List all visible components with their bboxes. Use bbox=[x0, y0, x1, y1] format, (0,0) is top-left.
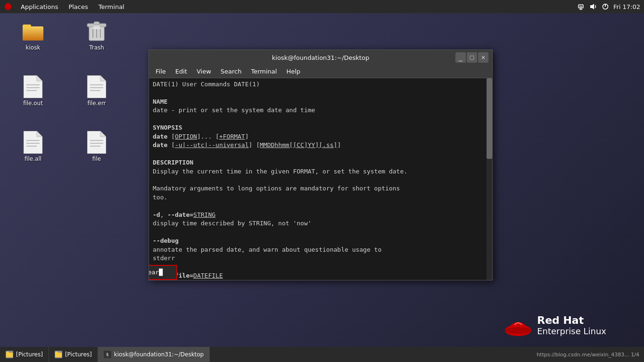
top-bar-right: Fri 17:02 bbox=[577, 2, 640, 11]
desktop-icon-file-all[interactable]: file.all bbox=[14, 131, 52, 162]
file-out-label: file.out bbox=[23, 100, 43, 107]
svg-marker-5 bbox=[590, 4, 594, 9]
top-menu-bar: Applications Places Terminal bbox=[0, 0, 644, 13]
folder-taskbar-icon-1 bbox=[6, 351, 13, 358]
desktop-icon-trash[interactable]: Trash bbox=[78, 20, 116, 51]
terminal-taskbar-icon: $ bbox=[104, 351, 111, 358]
kiosk-label: kiosk bbox=[26, 44, 41, 51]
taskbar-terminal-label: kiosk@foundation31:~/Desktop bbox=[114, 351, 204, 358]
clock-display: Fri 17:02 bbox=[613, 3, 640, 10]
terminal-title: kiosk@foundation31:~/Desktop bbox=[272, 54, 369, 61]
file-out-icon bbox=[24, 75, 42, 98]
redhat-icon bbox=[4, 2, 12, 11]
svg-marker-24 bbox=[100, 75, 106, 81]
terminal-menubar: File Edit View Search Terminal Help bbox=[149, 65, 492, 78]
svg-rect-13 bbox=[94, 22, 99, 25]
svg-marker-29 bbox=[37, 131, 42, 137]
man-name-section: NAME bbox=[153, 98, 167, 105]
svg-rect-9 bbox=[23, 26, 43, 41]
svg-rect-43 bbox=[55, 352, 58, 354]
terminal-window: kiosk@foundation31:~/Desktop _ □ × File … bbox=[149, 49, 493, 280]
man-synopsis-section: SYNOPSIS bbox=[153, 124, 182, 131]
terminal-scrollbar[interactable] bbox=[487, 78, 492, 280]
terminal-text-area[interactable]: DATE(1) User Commands DATE(1) NAME date … bbox=[149, 78, 492, 280]
trash-icon bbox=[86, 20, 107, 42]
taskbar: [Pictures] [Pictures] $ kiosk@foundation… bbox=[0, 347, 644, 362]
taskbar-pictures-1-label: [Pictures] bbox=[16, 351, 43, 358]
terminal-controls: _ □ × bbox=[455, 52, 488, 63]
terminal-edit-menu[interactable]: Edit bbox=[171, 67, 192, 76]
redhat-logo-icon bbox=[504, 313, 532, 338]
taskbar-url: https://blog.csdn.me/weixin_4383... 1/4 bbox=[537, 352, 644, 358]
file-all-label: file.all bbox=[25, 156, 41, 162]
taskbar-terminal[interactable]: $ kiosk@foundation31:~/Desktop bbox=[98, 347, 210, 362]
desktop-icon-file-out[interactable]: file.out bbox=[14, 75, 52, 107]
file-err-label: file.err bbox=[87, 100, 106, 107]
file-all-icon bbox=[24, 131, 42, 154]
folder-taskbar-icon-2 bbox=[55, 351, 62, 358]
file-label: file bbox=[92, 156, 101, 162]
desktop-icon-file-err[interactable]: file.err bbox=[78, 75, 116, 107]
places-menu[interactable]: Places bbox=[64, 2, 92, 11]
terminal-body: DATE(1) User Commands DATE(1) NAME date … bbox=[149, 78, 492, 280]
terminal-search-menu[interactable]: Search bbox=[216, 67, 247, 76]
taskbar-pictures-2-label: [Pictures] bbox=[65, 351, 92, 358]
svg-rect-10 bbox=[23, 25, 31, 28]
minimize-button[interactable]: _ bbox=[455, 52, 466, 63]
desktop-icon-file[interactable]: file bbox=[78, 131, 116, 162]
terminal-titlebar: kiosk@foundation31:~/Desktop _ □ × bbox=[149, 50, 492, 65]
volume-icon[interactable] bbox=[589, 2, 597, 11]
man-description-section: DESCRIPTION bbox=[153, 159, 193, 166]
applications-menu[interactable]: Applications bbox=[16, 2, 63, 11]
terminal-scrollbar-thumb bbox=[487, 78, 492, 159]
svg-point-39 bbox=[505, 327, 531, 334]
taskbar-pictures-1[interactable]: [Pictures] bbox=[0, 347, 49, 362]
trash-label: Trash bbox=[89, 44, 104, 51]
folder-icon bbox=[22, 20, 44, 42]
maximize-button[interactable]: □ bbox=[467, 52, 477, 63]
redhat-text: Red Hat Enterprise Linux bbox=[537, 315, 606, 336]
svg-marker-34 bbox=[100, 131, 106, 137]
terminal-menu[interactable]: Terminal bbox=[94, 2, 129, 11]
redhat-logo: Red Hat Enterprise Linux bbox=[504, 313, 606, 338]
svg-point-17 bbox=[93, 25, 100, 29]
top-bar-left: Applications Places Terminal bbox=[4, 2, 129, 11]
svg-rect-41 bbox=[6, 352, 9, 354]
desktop: Applications Places Terminal bbox=[0, 0, 644, 362]
man-header: DATE(1) User Commands DATE(1) bbox=[153, 81, 260, 88]
taskbar-pictures-2[interactable]: [Pictures] bbox=[49, 347, 98, 362]
search-input-box[interactable]: /year█ bbox=[149, 265, 177, 280]
power-icon[interactable] bbox=[601, 2, 610, 11]
terminal-view-menu[interactable]: View bbox=[192, 67, 216, 76]
close-button[interactable]: × bbox=[478, 52, 488, 63]
terminal-help-menu[interactable]: Help bbox=[281, 67, 305, 76]
desktop-icon-kiosk[interactable]: kiosk bbox=[14, 20, 52, 51]
file-icon bbox=[87, 131, 106, 154]
network-icon[interactable] bbox=[577, 2, 585, 11]
svg-marker-19 bbox=[37, 75, 42, 81]
terminal-file-menu[interactable]: File bbox=[151, 67, 171, 76]
terminal-terminal-menu[interactable]: Terminal bbox=[246, 67, 281, 76]
file-err-icon bbox=[87, 75, 106, 98]
